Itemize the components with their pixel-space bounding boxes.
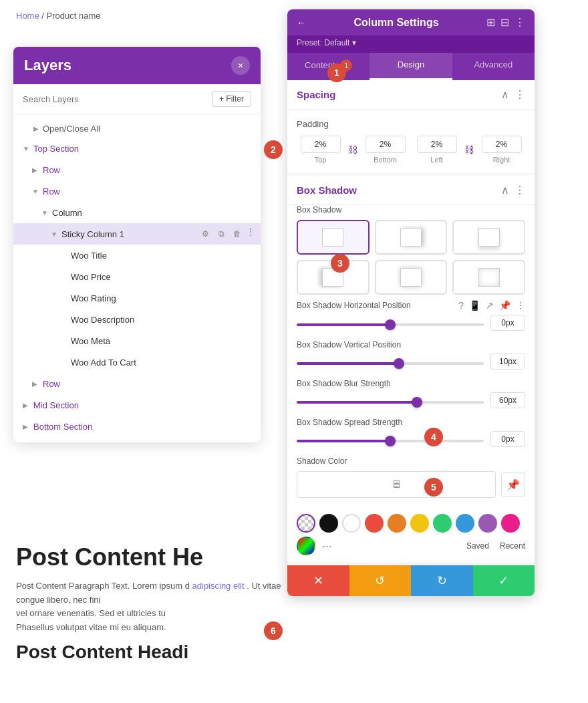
padding-left-input[interactable] <box>417 136 457 153</box>
layer-settings-icon[interactable]: ⚙ <box>198 419 212 434</box>
layer-menu-icon[interactable]: ⋮ <box>246 291 255 305</box>
layer-settings-icon[interactable]: ⚙ <box>198 205 212 220</box>
layer-duplicate-icon[interactable]: ⧉ <box>214 184 229 198</box>
settings-more-icon[interactable]: ⋮ <box>514 16 525 29</box>
layer-delete-icon[interactable]: 🗑 <box>230 269 245 284</box>
recent-button[interactable]: Recent <box>500 541 525 551</box>
layer-woo-add-to-cart[interactable]: Woo Add To Cart ⚙ ⧉ 🗑 ⋮ <box>13 352 261 373</box>
layer-duplicate-icon[interactable]: ⧉ <box>214 269 229 284</box>
cursor-icon[interactable]: ↗ <box>486 300 494 311</box>
layer-settings-icon[interactable]: ⚙ <box>198 333 212 348</box>
tab-design[interactable]: Design <box>370 53 452 80</box>
padding-top-bottom-link-icon[interactable]: ⛓ <box>348 144 357 155</box>
blur-strength-slider[interactable] <box>297 401 484 404</box>
layer-menu-icon[interactable]: ⋮ <box>246 141 255 156</box>
layer-duplicate-icon[interactable]: ⧉ <box>214 291 229 305</box>
swatch-transparent[interactable] <box>297 514 315 533</box>
layer-menu-icon[interactable]: ⋮ <box>246 419 255 434</box>
layer-delete-icon[interactable]: 🗑 <box>230 312 245 327</box>
layer-menu-icon[interactable]: ⋮ <box>246 248 255 263</box>
shadow-option-all[interactable] <box>375 260 448 295</box>
layer-menu-icon[interactable]: ⋮ <box>246 312 255 327</box>
swatch-blue[interactable] <box>456 514 474 533</box>
layer-delete-icon[interactable]: 🗑 <box>230 248 245 263</box>
box-shadow-collapse-icon[interactable]: ∧ <box>501 184 509 196</box>
layer-menu-icon[interactable]: ⋮ <box>246 398 255 412</box>
layer-delete-icon[interactable]: 🗑 <box>230 355 245 370</box>
more-icon[interactable]: ⋮ <box>516 300 525 311</box>
layer-settings-icon[interactable]: ⚙ <box>198 376 212 391</box>
shadow-option-none[interactable] <box>297 220 370 255</box>
swatch-black[interactable] <box>319 514 338 533</box>
swatch-green[interactable] <box>433 514 452 533</box>
layer-woo-meta[interactable]: Woo Meta ⚙ ⧉ 🗑 ⋮ <box>13 330 261 352</box>
layer-duplicate-icon[interactable]: ⧉ <box>214 141 229 156</box>
spacing-more-icon[interactable]: ⋮ <box>514 88 525 101</box>
layer-settings-icon[interactable]: ⚙ <box>198 248 212 263</box>
layer-settings-icon[interactable]: ⚙ <box>198 312 212 327</box>
layer-menu-icon[interactable]: ⋮ <box>246 355 255 370</box>
layer-menu-icon[interactable]: ⋮ <box>246 184 255 198</box>
layer-delete-icon[interactable]: 🗑 <box>230 291 245 305</box>
undo-button[interactable]: ↺ <box>349 565 412 596</box>
breadcrumb-home[interactable]: Home <box>16 11 39 21</box>
layer-delete-icon[interactable]: 🗑 <box>230 419 245 434</box>
swatch-pink[interactable] <box>501 514 520 533</box>
layer-delete-icon[interactable]: 🗑 <box>230 376 245 391</box>
padding-bottom-input[interactable] <box>365 136 406 153</box>
spacing-collapse-icon[interactable]: ∧ <box>501 88 509 101</box>
vertical-position-slider[interactable] <box>297 362 484 365</box>
settings-back-button[interactable]: ← <box>297 17 306 28</box>
layer-settings-icon[interactable]: ⚙ <box>198 141 212 156</box>
tab-advanced[interactable]: Advanced <box>452 53 535 80</box>
layers-open-close-all[interactable]: Open/Close All <box>13 120 261 138</box>
layer-duplicate-icon[interactable]: ⧉ <box>214 162 229 177</box>
shadow-color-pin[interactable]: 📌 <box>501 472 525 497</box>
layer-duplicate-icon[interactable]: ⧉ <box>214 312 229 327</box>
padding-right-input[interactable] <box>482 136 522 153</box>
layer-menu-icon[interactable]: ⋮ <box>246 376 255 391</box>
layer-menu-icon[interactable]: ⋮ <box>246 269 255 284</box>
spread-strength-slider[interactable] <box>297 440 484 442</box>
layer-menu-icon[interactable]: ⋮ <box>246 227 255 241</box>
vertical-position-value[interactable] <box>490 354 525 370</box>
layer-duplicate-icon[interactable]: ⧉ <box>214 248 229 263</box>
layer-duplicate-icon[interactable]: ⧉ <box>214 355 229 370</box>
layer-menu-icon[interactable]: ⋮ <box>246 162 255 177</box>
horizontal-position-slider[interactable] <box>297 323 484 326</box>
settings-collapse-icon[interactable]: ⊟ <box>500 16 509 29</box>
layer-row-3[interactable]: ▶ Row ⚙ ⧉ 🗑 ⋮ <box>13 373 261 394</box>
spread-strength-value[interactable] <box>490 431 525 447</box>
layer-woo-description[interactable]: Woo Description ⚙ ⧉ 🗑 ⋮ <box>13 309 261 330</box>
swatch-orange[interactable] <box>388 514 406 533</box>
layer-delete-icon[interactable]: 🗑 <box>230 184 245 198</box>
layer-duplicate-icon[interactable]: ⧉ <box>214 419 229 434</box>
layer-sticky-column[interactable]: ▼ Sticky Column 1 ⚙ ⧉ 🗑 ⋮ <box>13 223 261 245</box>
padding-top-input[interactable] <box>301 136 341 153</box>
layer-row-1[interactable]: ▶ Row ⚙ ⧉ 🗑 ⋮ <box>13 159 261 180</box>
layer-settings-icon[interactable]: ⚙ <box>198 355 212 370</box>
layers-filter-button[interactable]: + Filter <box>212 91 251 107</box>
confirm-button[interactable]: ✓ <box>473 565 535 596</box>
layer-duplicate-icon[interactable]: ⧉ <box>214 398 229 412</box>
layer-settings-icon[interactable]: ⚙ <box>198 162 212 177</box>
help-icon[interactable]: ? <box>458 300 464 311</box>
layer-settings-icon[interactable]: ⚙ <box>198 184 212 198</box>
swatch-red[interactable] <box>365 514 384 533</box>
shadow-color-preview[interactable]: 🖥 <box>297 471 496 498</box>
shadow-option-right[interactable] <box>375 220 448 255</box>
swatches-more-button[interactable]: ··· <box>319 539 335 553</box>
layer-delete-icon[interactable]: 🗑 <box>230 227 245 241</box>
layer-column[interactable]: ▼ Column ⚙ ⧉ 🗑 ⋮ <box>13 202 261 223</box>
swatch-purple[interactable] <box>478 514 497 533</box>
layer-settings-icon[interactable]: ⚙ <box>198 269 212 284</box>
pin-icon[interactable]: 📌 <box>499 300 510 311</box>
layer-top-section[interactable]: ▼ Top Section ⚙ ⧉ 🗑 ⋮ <box>13 138 261 159</box>
layer-woo-title[interactable]: Woo Title ⚙ ⧉ 🗑 ⋮ <box>13 245 261 266</box>
layer-delete-icon[interactable]: 🗑 <box>230 333 245 348</box>
layer-duplicate-icon[interactable]: ⧉ <box>214 376 229 391</box>
layer-woo-price[interactable]: Woo Price ⚙ ⧉ 🗑 ⋮ <box>13 266 261 287</box>
settings-expand-icon[interactable]: ⊞ <box>486 16 495 29</box>
layer-delete-icon[interactable]: 🗑 <box>230 398 245 412</box>
layer-delete-icon[interactable]: 🗑 <box>230 205 245 220</box>
